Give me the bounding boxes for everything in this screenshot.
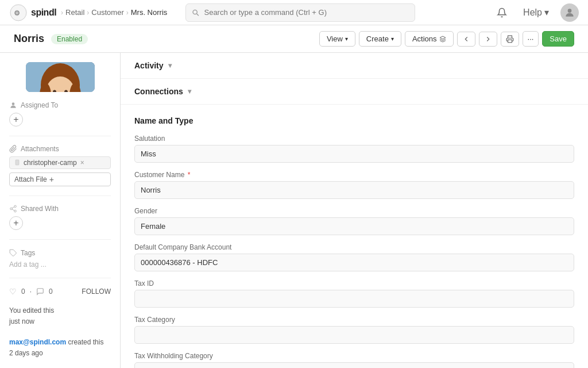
bell-icon <box>497 7 507 18</box>
tag-placeholder[interactable]: Add a tag ... <box>9 260 111 269</box>
attach-file-label: Attach File <box>14 175 47 183</box>
svg-point-18 <box>14 206 17 208</box>
search-input[interactable] <box>204 8 409 17</box>
attachments-title: Attachments <box>9 145 111 153</box>
comments-count: 0 <box>49 288 53 296</box>
tax-withholding-input[interactable] <box>134 362 574 368</box>
customer-name-row: Customer Name * <box>134 171 574 199</box>
activity-2-action: created this <box>68 338 103 346</box>
search-bar[interactable] <box>185 3 415 22</box>
customer-name-label: Customer Name * <box>134 171 574 179</box>
customer-photo <box>26 62 95 92</box>
print-icon <box>506 35 514 43</box>
help-label: Help <box>523 7 542 18</box>
gender-group: Gender <box>134 207 574 235</box>
prev-button[interactable] <box>457 32 475 47</box>
svg-text:⚙: ⚙ <box>14 9 20 17</box>
activity-row: ♡ 0 · 0 FOLLOW <box>9 287 111 296</box>
tax-category-row: Tax Category <box>134 316 574 344</box>
activity-2-time: 2 days ago <box>9 349 43 357</box>
svg-line-21 <box>12 209 14 210</box>
user-icon <box>9 101 17 109</box>
tax-category-input[interactable] <box>134 326 574 344</box>
connections-chevron: ▾ <box>188 87 191 95</box>
svg-line-3 <box>197 13 199 15</box>
next-button[interactable] <box>479 32 497 47</box>
gender-row: Gender <box>134 207 574 235</box>
user-avatar[interactable] <box>560 3 579 22</box>
add-assigned-button[interactable]: + <box>9 113 23 126</box>
help-button[interactable]: Help ▾ <box>519 5 554 20</box>
share-icon <box>9 205 17 213</box>
activity-label: Activity <box>134 61 164 70</box>
tag-icon <box>9 249 17 257</box>
help-chevron: ▾ <box>544 7 549 18</box>
bank-account-input[interactable] <box>134 254 574 271</box>
view-chevron: ▾ <box>345 36 348 42</box>
tax-id-input[interactable] <box>134 290 574 308</box>
customer-name-input[interactable] <box>134 181 574 199</box>
search-icon <box>192 9 199 17</box>
activity-chevron: ▾ <box>168 62 172 70</box>
shared-with-label: Shared With <box>21 205 59 213</box>
activity-2-user[interactable]: max@spindl.com <box>9 338 66 346</box>
top-actions: Help ▾ <box>492 3 579 22</box>
top-navigation: ⚙ spindl › Retail › Customer › Mrs. Norr… <box>0 0 588 25</box>
more-button[interactable]: ··· <box>523 31 539 47</box>
required-star: * <box>188 171 191 179</box>
tax-withholding-label: Tax Withholding Category <box>134 352 574 360</box>
likes-count: 0 <box>21 288 25 296</box>
breadcrumb-customer[interactable]: Customer <box>91 8 123 17</box>
prev-icon <box>462 35 470 43</box>
svg-rect-17 <box>16 160 19 165</box>
photo-image <box>26 62 95 92</box>
breadcrumb-sep-1: › <box>87 9 89 17</box>
name-type-form: Name and Type Salutation Customer Name * <box>121 105 588 368</box>
notifications-button[interactable] <box>492 5 512 20</box>
doc-icon <box>14 159 21 166</box>
add-shared-button[interactable]: + <box>9 216 23 230</box>
logo-text: spindl <box>31 7 56 18</box>
bank-account-row: Default Company Bank Account <box>134 243 574 271</box>
activity-section-header[interactable]: Activity ▾ <box>121 53 588 79</box>
connections-section-header[interactable]: Connections ▾ <box>121 79 588 105</box>
like-button[interactable]: ♡ <box>9 287 17 296</box>
svg-point-4 <box>568 9 572 13</box>
shared-with-title: Shared With <box>9 205 111 213</box>
next-icon <box>484 35 492 43</box>
svg-line-22 <box>12 207 14 208</box>
assigned-to-label: Assigned To <box>21 101 58 109</box>
tax-withholding-row: Tax Withholding Category <box>134 352 574 368</box>
tags-section: Tags Add a tag ... <box>9 249 111 269</box>
actions-label: Actions <box>412 34 437 43</box>
create-button[interactable]: Create ▾ <box>359 31 401 47</box>
tax-id-label: Tax ID <box>134 279 574 288</box>
bank-account-group: Default Company Bank Account <box>134 243 574 271</box>
attachments-section: Attachments christopher-camp × Attach Fi… <box>9 145 111 186</box>
bank-account-label: Default Company Bank Account <box>134 243 574 251</box>
comment-icon <box>36 288 44 296</box>
breadcrumb-sep-2: › <box>126 9 129 17</box>
breadcrumb-retail[interactable]: Retail <box>65 8 84 17</box>
attachments-label: Attachments <box>21 145 59 153</box>
svg-point-16 <box>12 102 15 105</box>
activity-text-2: max@spindl.com created this 2 days ago <box>9 337 111 359</box>
follow-button[interactable]: FOLLOW <box>82 288 111 296</box>
attach-plus-icon: + <box>49 175 54 184</box>
salutation-row: Salutation <box>134 135 574 163</box>
print-button[interactable] <box>501 32 519 47</box>
save-button[interactable]: Save <box>542 31 574 47</box>
remove-attachment-button[interactable]: × <box>79 159 86 167</box>
app-logo[interactable]: ⚙ spindl <box>9 3 56 22</box>
actions-button[interactable]: Actions <box>405 31 454 47</box>
paperclip-icon <box>9 145 17 153</box>
tax-withholding-group: Tax Withholding Category <box>134 352 574 368</box>
create-chevron: ▾ <box>391 36 394 42</box>
gender-input[interactable] <box>134 217 574 235</box>
attach-file-button[interactable]: Attach File + <box>9 172 111 186</box>
breadcrumb-current: Mrs. Norris <box>131 8 168 17</box>
page-title: Norris <box>14 33 44 45</box>
view-button[interactable]: View ▾ <box>319 31 355 47</box>
breadcrumb: › Retail › Customer › Mrs. Norris <box>61 8 167 17</box>
salutation-input[interactable] <box>134 145 574 163</box>
